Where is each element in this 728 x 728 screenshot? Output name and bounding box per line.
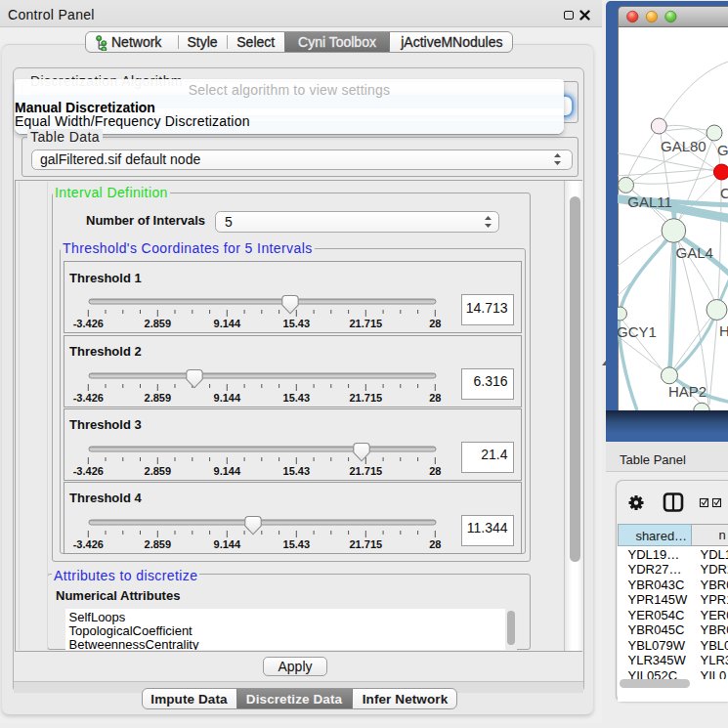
- svg-text:GA: GA: [717, 142, 728, 158]
- svg-text:GAL80: GAL80: [661, 138, 707, 154]
- svg-text:GCY1: GCY1: [618, 323, 657, 340]
- svg-text:GAL4: GAL4: [676, 244, 713, 261]
- svg-text:CY: CY: [720, 185, 728, 201]
- svg-text:H: H: [719, 322, 728, 339]
- svg-text:HAP2: HAP2: [668, 383, 707, 400]
- svg-text:GAL11: GAL11: [627, 193, 672, 210]
